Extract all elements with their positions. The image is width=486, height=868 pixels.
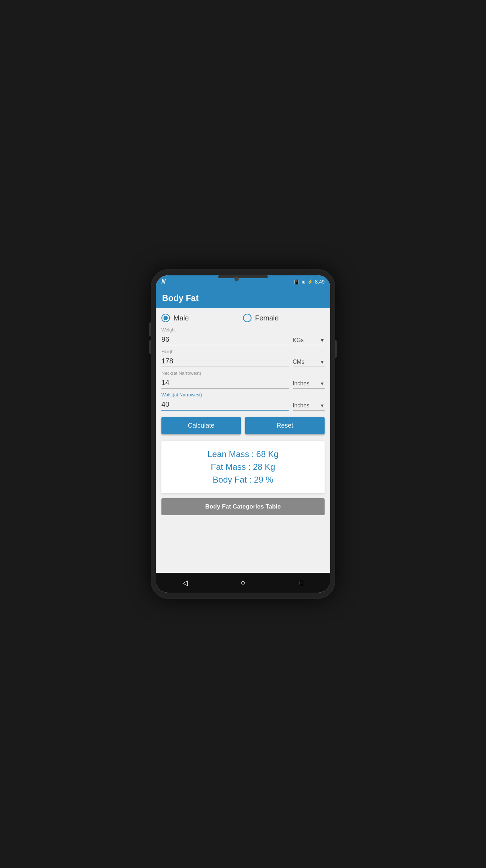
neck-input-wrap bbox=[161, 377, 289, 389]
gender-selection: Male Female bbox=[161, 314, 325, 322]
results-card: Lean Mass : 68 Kg Fat Mass : 28 Kg Body … bbox=[161, 441, 325, 493]
weight-label: Weight bbox=[161, 327, 325, 333]
action-buttons: Calculate Reset bbox=[161, 417, 325, 434]
status-right: 📳 ▣ ⚡ 8:49 bbox=[294, 279, 325, 285]
status-bar: N 📳 ▣ ⚡ 8:49 bbox=[156, 275, 330, 288]
volume-up-button bbox=[149, 322, 151, 336]
neck-unit-select[interactable]: Inches ▼ bbox=[293, 379, 325, 389]
neck-dropdown-arrow: ▼ bbox=[320, 381, 325, 386]
categories-table-button[interactable]: Body Fat Categories Table bbox=[161, 498, 325, 515]
app-title: Body Fat bbox=[162, 293, 324, 303]
nav-bar bbox=[156, 573, 330, 593]
app-bar: Body Fat bbox=[156, 288, 330, 308]
camera-dot bbox=[234, 277, 239, 281]
status-left: N bbox=[161, 279, 166, 285]
waist-dropdown-arrow: ▼ bbox=[320, 403, 325, 408]
neck-field-group: Neck(at Narrowest) Inches ▼ bbox=[161, 370, 325, 389]
height-field-group: Height CMs ▼ bbox=[161, 349, 325, 367]
neck-row: Inches ▼ bbox=[161, 377, 325, 389]
fat-mass-result: Fat Mass : 28 Kg bbox=[167, 461, 319, 473]
neck-label: Neck(at Narrowest) bbox=[161, 370, 325, 376]
height-unit-select[interactable]: CMs ▼ bbox=[293, 357, 325, 367]
waist-unit-text: Inches bbox=[293, 402, 309, 409]
power-button bbox=[335, 340, 337, 358]
weight-dropdown-arrow: ▼ bbox=[320, 337, 325, 343]
vibrate-icon: 📳 bbox=[294, 279, 299, 285]
neck-input[interactable] bbox=[161, 377, 289, 389]
male-radio[interactable]: Male bbox=[161, 314, 243, 322]
notification-logo: N bbox=[161, 279, 166, 285]
female-radio-circle[interactable] bbox=[243, 314, 252, 322]
calculate-button[interactable]: Calculate bbox=[161, 417, 241, 434]
waist-input-wrap bbox=[161, 399, 289, 411]
weight-unit-select[interactable]: KGs ▼ bbox=[293, 336, 325, 345]
battery-icon: ⚡ bbox=[307, 279, 313, 285]
phone-shell: N 📳 ▣ ⚡ 8:49 Body Fat Male bbox=[151, 269, 335, 599]
female-label: Female bbox=[255, 314, 279, 322]
height-unit-text: CMs bbox=[293, 359, 304, 365]
reset-button[interactable]: Reset bbox=[245, 417, 325, 434]
height-row: CMs ▼ bbox=[161, 356, 325, 367]
lean-mass-result: Lean Mass : 68 Kg bbox=[167, 448, 319, 461]
home-button[interactable] bbox=[236, 576, 250, 590]
height-label: Height bbox=[161, 349, 325, 354]
height-input[interactable] bbox=[161, 356, 289, 367]
waist-unit-select[interactable]: Inches ▼ bbox=[293, 401, 325, 411]
weight-field-group: Weight KGs ▼ bbox=[161, 327, 325, 345]
content-area: Male Female Weight KGs ▼ bbox=[156, 308, 330, 573]
phone-screen: N 📳 ▣ ⚡ 8:49 Body Fat Male bbox=[156, 275, 330, 593]
body-fat-result: Body Fat : 29 % bbox=[167, 473, 319, 486]
waist-label: Waist(at Narrowest) bbox=[161, 392, 325, 397]
waist-row: Inches ▼ bbox=[161, 399, 325, 411]
waist-input[interactable] bbox=[161, 399, 289, 411]
female-radio[interactable]: Female bbox=[243, 314, 325, 322]
back-button[interactable] bbox=[178, 576, 192, 590]
weight-input-wrap bbox=[161, 334, 289, 345]
signal-icon: ▣ bbox=[302, 280, 305, 284]
time-display: 8:49 bbox=[315, 279, 325, 285]
recent-apps-button[interactable] bbox=[294, 576, 308, 590]
height-input-wrap bbox=[161, 356, 289, 367]
weight-row: KGs ▼ bbox=[161, 334, 325, 345]
male-label: Male bbox=[173, 314, 189, 322]
weight-input[interactable] bbox=[161, 334, 289, 345]
waist-field-group: Waist(at Narrowest) Inches ▼ bbox=[161, 392, 325, 411]
weight-unit-text: KGs bbox=[293, 337, 304, 344]
neck-unit-text: Inches bbox=[293, 380, 309, 387]
male-radio-circle[interactable] bbox=[161, 314, 170, 322]
height-dropdown-arrow: ▼ bbox=[320, 359, 325, 365]
volume-down-button bbox=[149, 340, 151, 354]
